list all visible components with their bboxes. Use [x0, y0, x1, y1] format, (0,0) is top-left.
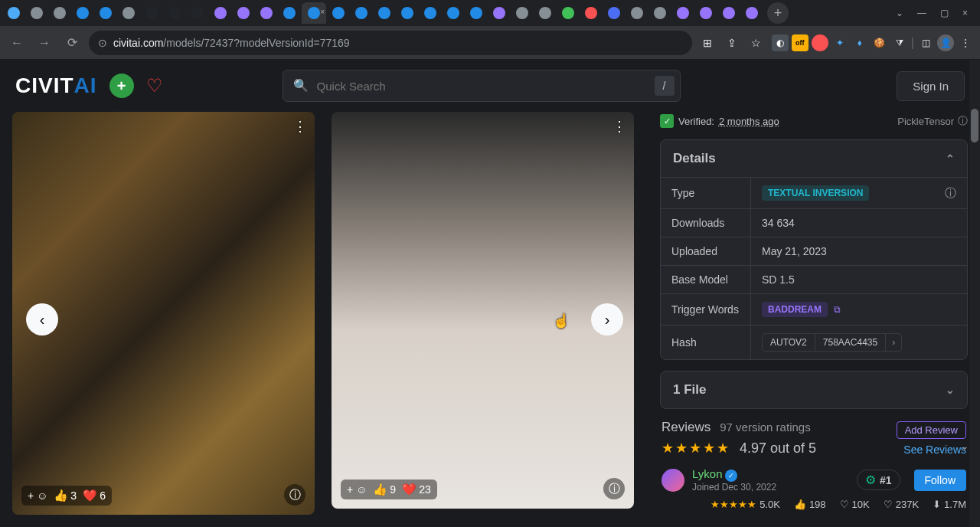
tab-active[interactable]: × — [302, 2, 326, 24]
tab[interactable] — [233, 2, 254, 24]
window-minimize-icon[interactable]: — — [917, 8, 926, 18]
info-icon[interactable]: ⓘ — [958, 114, 968, 128]
tab[interactable] — [210, 2, 231, 24]
signin-button[interactable]: Sign In — [897, 71, 965, 101]
carousel-next-button[interactable]: › — [591, 303, 623, 336]
add-review-button[interactable]: Add Review — [897, 421, 966, 439]
site-info-icon[interactable]: ⊙ — [98, 37, 107, 49]
tab[interactable] — [488, 2, 510, 24]
forward-button[interactable]: → — [34, 32, 55, 54]
extension-icon[interactable]: ◐ — [772, 34, 789, 51]
tab[interactable] — [397, 2, 418, 24]
address-bar[interactable]: ⊙ civitai.com/models/72437?modelVersionI… — [89, 31, 692, 55]
tab[interactable] — [118, 2, 139, 24]
extension-icon[interactable]: ✦ — [831, 34, 848, 51]
like-reaction[interactable]: 👍9 — [373, 483, 396, 496]
tab[interactable] — [603, 2, 625, 24]
tab[interactable] — [164, 2, 185, 24]
extension-icon[interactable]: off — [792, 34, 808, 51]
tab[interactable] — [72, 2, 93, 24]
tab[interactable] — [256, 2, 277, 24]
detail-value: 34 634 — [751, 209, 967, 237]
image-info-icon[interactable]: ⓘ — [603, 478, 625, 499]
tab[interactable] — [141, 2, 162, 24]
extension-icon[interactable]: ♦ — [851, 34, 868, 51]
heart-reaction[interactable]: ❤️6 — [83, 489, 106, 502]
extensions-button[interactable]: ⧩ — [891, 34, 908, 51]
details-sidebar: ✓ Verified: 2 months ago PickleTensor ⓘ … — [660, 112, 980, 527]
window-close-icon[interactable]: × — [962, 8, 968, 18]
tab[interactable] — [580, 2, 602, 24]
tab[interactable] — [695, 2, 717, 24]
image-menu-icon[interactable]: ⋮ — [612, 118, 626, 135]
copy-icon[interactable]: ⧉ — [834, 304, 841, 315]
tab[interactable] — [351, 2, 372, 24]
extension-icon[interactable]: 🍪 — [871, 34, 888, 51]
chevron-right-icon[interactable]: › — [886, 334, 901, 351]
tab[interactable] — [443, 2, 464, 24]
scrollbar-track[interactable] — [969, 60, 980, 527]
details-panel: Details ⌃ Type TEXTUAL INVERSIONⓘ Downlo… — [660, 139, 968, 360]
profile-icon[interactable]: 👤 — [937, 34, 954, 51]
tab[interactable] — [741, 2, 763, 24]
gallery-image[interactable]: ⋮ + ☺ 👍3 ❤️6 ⓘ — [12, 112, 315, 515]
image-info-icon[interactable]: ⓘ — [284, 484, 305, 506]
tab[interactable] — [511, 2, 533, 24]
tab[interactable] — [26, 2, 47, 24]
follow-button[interactable]: Follow — [914, 470, 966, 491]
sidepanel-icon[interactable]: ◫ — [917, 34, 934, 51]
like-reaction[interactable]: 👍3 — [54, 489, 77, 502]
heart-reaction[interactable]: ❤️23 — [402, 483, 431, 496]
tab[interactable] — [626, 2, 648, 24]
image-menu-icon[interactable]: ⋮ — [293, 118, 307, 135]
details-panel-header[interactable]: Details ⌃ — [661, 140, 967, 177]
share-icon[interactable]: ⇪ — [723, 34, 741, 52]
favorites-icon[interactable]: ♡ — [146, 75, 163, 97]
detail-value: May 21, 2023 — [751, 237, 967, 265]
reload-button[interactable]: ⟳ — [61, 32, 83, 54]
extension-icon[interactable] — [812, 34, 828, 51]
gallery-image[interactable]: ⋮ + ☺ 👍9 ❤️23 ⓘ — [332, 112, 634, 509]
tab[interactable] — [49, 2, 70, 24]
close-icon[interactable]: × — [320, 8, 325, 16]
tab[interactable] — [718, 2, 740, 24]
avatar[interactable] — [662, 469, 684, 492]
back-button[interactable]: ← — [6, 32, 28, 54]
logo[interactable]: CIVITAI — [15, 74, 97, 98]
scrollbar-thumb[interactable] — [971, 109, 978, 142]
tab[interactable] — [534, 2, 556, 24]
verified-time-link[interactable]: 2 months ago — [719, 116, 779, 127]
add-reaction-button[interactable]: + ☺ — [28, 489, 47, 502]
new-tab-button[interactable]: + — [767, 2, 789, 24]
install-app-icon[interactable]: ⊞ — [698, 34, 717, 52]
window-maximize-icon[interactable]: ▢ — [940, 8, 949, 18]
bookmark-icon[interactable]: ☆ — [747, 34, 766, 52]
rank-badge: ⚙ #1 — [857, 470, 900, 490]
add-reaction-button[interactable]: + ☺ — [347, 483, 367, 496]
tab[interactable] — [374, 2, 395, 24]
tab[interactable] — [466, 2, 487, 24]
tab[interactable] — [95, 2, 116, 24]
add-button[interactable]: + — [109, 74, 134, 98]
menu-icon[interactable]: ⋮ — [957, 34, 974, 51]
tab[interactable] — [279, 2, 300, 24]
tab[interactable] — [557, 2, 579, 24]
star-rating-icon: ★★★★★ — [662, 440, 730, 457]
tab[interactable] — [649, 2, 671, 24]
stat-likes: 👍 198 — [794, 499, 826, 510]
files-panel-header[interactable]: 1 File ⌄ — [661, 372, 967, 408]
window-dropdown-icon[interactable]: ⌄ — [896, 8, 903, 18]
see-reviews-link[interactable]: See Reviews — [903, 444, 966, 456]
tab[interactable] — [420, 2, 441, 24]
hash-pill[interactable]: AUTOV2 758AAC4435 › — [762, 333, 902, 352]
browser-tab-strip: × + ⌄ — ▢ × — [0, 0, 980, 26]
tab[interactable] — [672, 2, 694, 24]
chevron-down-icon[interactable]: ⌄ — [960, 440, 969, 452]
carousel-prev-button[interactable]: ‹ — [26, 303, 58, 336]
creator-name-link[interactable]: Lykon — [692, 467, 722, 480]
tab[interactable] — [3, 2, 24, 24]
search-input[interactable] — [283, 70, 681, 102]
info-icon[interactable]: ⓘ — [945, 186, 956, 201]
tab[interactable] — [187, 2, 208, 24]
tab[interactable] — [328, 2, 349, 24]
